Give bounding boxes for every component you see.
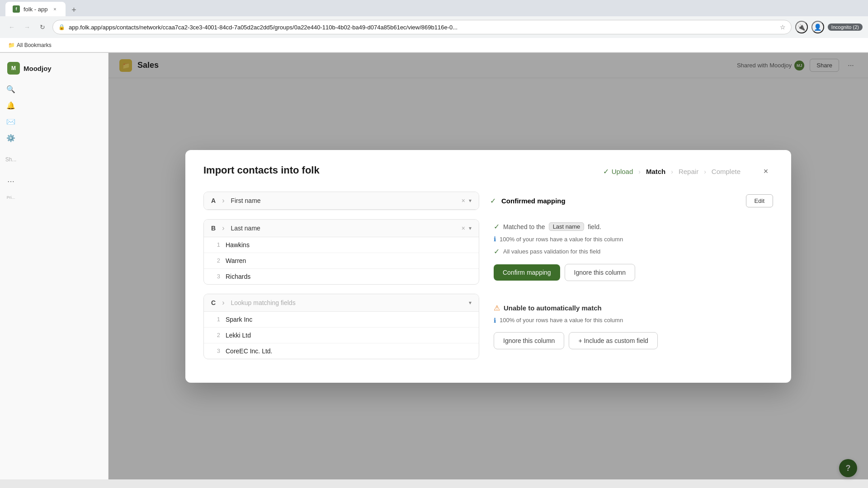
section-b-validation-text: All values pass validation for this fiel…	[503, 248, 600, 255]
bookmarks-folder[interactable]: 📁 All Bookmarks	[5, 41, 54, 49]
tab-bar: f folk - app × +	[0, 0, 868, 16]
col-b-field-actions: × ▾	[462, 225, 472, 231]
col-b-clear-button[interactable]: ×	[462, 225, 465, 231]
sidebar-grid-icon[interactable]: ⋯	[4, 174, 18, 188]
section-b-ignore-button[interactable]: Ignore this column	[565, 264, 635, 281]
column-a-header: A › First name × ▾	[204, 192, 479, 210]
section-c-warning-icon: ⚠	[494, 304, 500, 312]
profile-button[interactable]: 👤	[811, 21, 824, 33]
dialog-header: Import contacts into folk ✓ Upload › Mat…	[203, 164, 773, 179]
nav-controls: ← → ↻	[5, 21, 49, 33]
browser-action-icons: 🔌 👤 Incognito (2)	[795, 21, 863, 33]
section-b-right-panel: ✓ Matched to the Last name field. ℹ 100%…	[490, 219, 773, 285]
col-b-letter: B	[211, 225, 216, 232]
section-b-row: B › Last name × ▾ 1	[203, 219, 773, 285]
step-arrow-1: ›	[638, 168, 641, 175]
tab-close-button[interactable]: ×	[51, 5, 58, 13]
col-b-row-1-num: 1	[211, 241, 220, 248]
step-arrow-2: ›	[671, 168, 673, 175]
back-button[interactable]: ←	[5, 21, 18, 33]
reload-button[interactable]: ↻	[36, 21, 49, 33]
dialog-overlay: Import contacts into folk ✓ Upload › Mat…	[108, 53, 868, 479]
sidebar-mail-icon[interactable]: ✉️	[4, 114, 18, 129]
section-c-actions: Ignore this column + Include as custom f…	[494, 332, 773, 349]
col-c-row-2-value: Lekki Ltd	[226, 332, 251, 339]
stepper: ✓ Upload › Match › Repair ›	[603, 167, 741, 176]
sidebar-bell-icon[interactable]: 🔔	[4, 98, 18, 113]
section-b-matched-status: ✓ Matched to the Last name field.	[494, 222, 773, 231]
section-c-unable-label: Unable to automatically match	[504, 304, 602, 312]
section-b-field-badge: Last name	[549, 222, 585, 231]
sidebar: M Moodjoy 🔍 🔔 ✉️ ⚙️ Sh... ⋯ Pri...	[0, 53, 108, 479]
main-content: 📁 Sales Shared with Moodjoy MJ Share ···…	[108, 53, 868, 479]
col-b-row-2: 2 Warren	[204, 253, 479, 269]
sidebar-settings-icon[interactable]: ⚙️	[4, 131, 18, 145]
forward-button[interactable]: →	[21, 21, 33, 33]
section-a-edit-button[interactable]: Edit	[746, 194, 773, 207]
step-repair-label: Repair	[679, 168, 698, 175]
col-c-field-select[interactable]: Lookup matching fields ▾	[231, 299, 472, 306]
section-c-right-panel: ⚠ Unable to automatically match ℹ 100% o…	[490, 294, 773, 359]
bookmark-star-icon[interactable]: ☆	[780, 23, 786, 31]
col-b-row-2-num: 2	[211, 257, 220, 264]
col-a-dropdown-button[interactable]: ▾	[469, 197, 472, 204]
step-arrow-3: ›	[704, 168, 706, 175]
col-b-row-3-num: 3	[211, 273, 220, 280]
folder-icon: 📁	[8, 42, 15, 48]
section-b-validation-status: ✓ All values pass validation for this fi…	[494, 247, 773, 256]
sidebar-icons: 🔍 🔔 ✉️ ⚙️ Sh... ⋯ Pri...	[0, 82, 108, 205]
sidebar-search-icon[interactable]: 🔍	[4, 82, 18, 96]
col-c-field-name: Lookup matching fields	[231, 299, 295, 306]
sidebar-header: M Moodjoy	[0, 58, 108, 82]
section-c-ignore-button[interactable]: Ignore this column	[494, 332, 564, 349]
col-c-row-1-value: Spark Inc	[226, 316, 252, 323]
col-a-field-name: First name	[231, 197, 260, 204]
sidebar-more-icon[interactable]: Pri...	[4, 190, 18, 205]
column-b-box: B › Last name × ▾ 1	[203, 219, 479, 285]
tab-favicon: f	[13, 5, 20, 13]
col-b-row-3-value: Richards	[226, 273, 250, 280]
col-a-field-actions: × ▾	[462, 197, 472, 204]
col-c-row-3-num: 3	[211, 347, 220, 354]
col-b-dropdown-button[interactable]: ▾	[469, 225, 472, 231]
col-c-row-1: 1 Spark Inc	[204, 312, 479, 328]
tab-title: folk - app	[24, 6, 47, 13]
incognito-badge[interactable]: Incognito (2)	[828, 23, 863, 31]
address-bar-container[interactable]: 🔒 ☆	[52, 20, 792, 34]
col-c-row-3-value: CoreEC Inc. Ltd.	[226, 347, 273, 355]
col-c-dropdown-button[interactable]: ▾	[469, 300, 472, 306]
sidebar-users-icon[interactable]: Sh...	[4, 152, 18, 167]
app-container: M Moodjoy 🔍 🔔 ✉️ ⚙️ Sh... ⋯ Pri... 📁 Sal…	[0, 53, 868, 479]
col-b-arrow: ›	[222, 224, 224, 232]
bookmarks-bar: 📁 All Bookmarks	[0, 38, 868, 52]
col-b-row-2-value: Warren	[226, 257, 246, 264]
section-a-check-icon: ✓	[490, 197, 496, 205]
column-c-header: C › Lookup matching fields ▾	[204, 294, 479, 312]
column-a-box: A › First name × ▾	[203, 192, 479, 210]
step-upload-check: ✓	[603, 167, 609, 176]
section-b-actions: Confirm mapping Ignore this column	[494, 264, 773, 281]
col-c-field-actions: ▾	[469, 300, 472, 306]
col-c-letter: C	[211, 299, 216, 306]
app-logo: M	[7, 62, 20, 75]
dialog-title: Import contacts into folk	[203, 164, 320, 176]
active-tab[interactable]: f folk - app ×	[5, 2, 66, 16]
step-complete: Complete	[712, 168, 741, 175]
step-complete-label: Complete	[712, 168, 741, 175]
col-b-field-select: Last name × ▾	[231, 225, 472, 232]
address-bar-input[interactable]	[69, 24, 776, 31]
col-c-arrow: ›	[222, 299, 224, 307]
section-b-rows-info-text: 100% of your rows have a value for this …	[500, 236, 623, 243]
browser-toolbar: ← → ↻ 🔒 ☆ 🔌 👤 Incognito (2)	[0, 16, 868, 38]
col-a-field-select: First name × ▾	[231, 197, 472, 204]
confirm-mapping-button[interactable]: Confirm mapping	[494, 264, 560, 281]
step-upload-label: Upload	[612, 168, 633, 175]
dialog-close-button[interactable]: ×	[759, 164, 773, 179]
col-a-clear-button[interactable]: ×	[462, 197, 465, 204]
new-tab-button[interactable]: +	[67, 4, 80, 16]
section-c-include-button[interactable]: + Include as custom field	[569, 332, 657, 349]
extensions-button[interactable]: 🔌	[795, 21, 808, 33]
section-b-matched-check-icon: ✓	[494, 222, 500, 231]
section-b-validation-check-icon: ✓	[494, 247, 500, 256]
col-b-row-3: 3 Richards	[204, 269, 479, 284]
